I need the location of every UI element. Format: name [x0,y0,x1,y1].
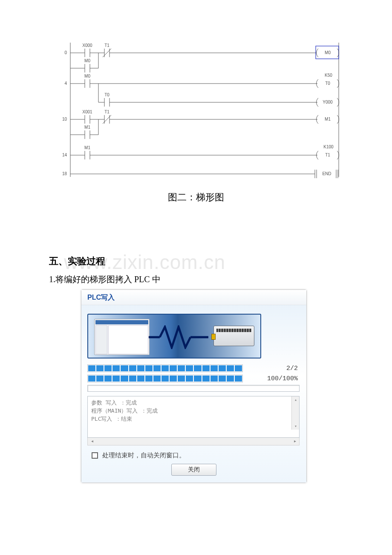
log-line: 参数 写入 ：完成 [91,399,296,407]
contact-label: M1 [84,145,90,150]
progress-row: 100/100% [87,375,300,382]
progress-count: 2/2 [286,365,300,372]
dialog-title: PLC写入 [81,290,306,305]
contact-label: T1 [104,110,110,114]
log-line: 程序（MAIN）写入 ：完成 [91,407,296,415]
plc-write-dialog: PLC写入 [81,289,307,483]
status-bar [87,385,300,392]
autoclose-row: 处理结束时，自动关闭窗口。 [92,451,300,460]
contact-label: M0 [84,74,90,78]
progress-bar-percent [87,375,243,382]
progress-percent: 100/100% [267,375,300,382]
coil-label: M0 [325,50,331,55]
plc-device-icon [213,326,254,346]
contact-label: M1 [84,125,90,130]
contact-label: X001 [82,110,92,114]
rung-label: 18 [62,171,67,176]
coil-label: M1 [325,117,331,121]
rung-label: 10 [62,117,67,121]
scrollbar-vertical[interactable]: ▴ ▾ [291,396,299,430]
scroll-left-icon[interactable]: ◂ [89,439,95,444]
rung-label: 14 [62,153,67,157]
log-box: 参数 写入 ：完成 程序（MAIN）写入 ：完成 PLC写入 ：结束 ▴ ▾ [87,396,300,438]
transfer-wave-icon [149,325,208,349]
scroll-up-icon[interactable]: ▴ [293,397,298,402]
transfer-illustration [87,314,261,358]
const-label: K100 [323,145,334,149]
log-line: PLC写入 ：结束 [91,415,296,423]
scroll-down-icon[interactable]: ▾ [293,424,298,429]
progress-row: 2/2 [87,364,300,372]
const-label: K50 [325,73,332,78]
close-button[interactable]: 关闭 [171,464,216,476]
scroll-right-icon[interactable]: ▸ [292,439,297,444]
rung-label: 4 [64,81,67,86]
contact-label: X000 [82,43,92,48]
coil-label: T1 [325,153,330,157]
coil-label: END [322,171,331,176]
autoclose-checkbox[interactable] [92,452,98,459]
scrollbar-horizontal[interactable]: ◂ ▸ [87,438,300,445]
coil-label: T0 [325,81,330,86]
coil-label: Y000 [323,100,333,104]
rung-label: 0 [64,50,67,55]
contact-label: T1 [104,43,110,48]
ladder-diagram: 0 X000 T1 M0 M0 [58,43,347,183]
contact-label: M0 [84,58,90,63]
figure-caption: 图二：梯形图 [49,191,343,204]
pc-icon [94,319,150,355]
progress-bar-steps [87,364,243,372]
contact-label: T0 [104,92,110,97]
body-text: 1.将编好的梯形图拷入 PLC 中 [49,274,343,285]
section-heading: 五、实验过程 [49,255,343,268]
autoclose-label: 处理结束时，自动关闭窗口。 [102,451,185,460]
